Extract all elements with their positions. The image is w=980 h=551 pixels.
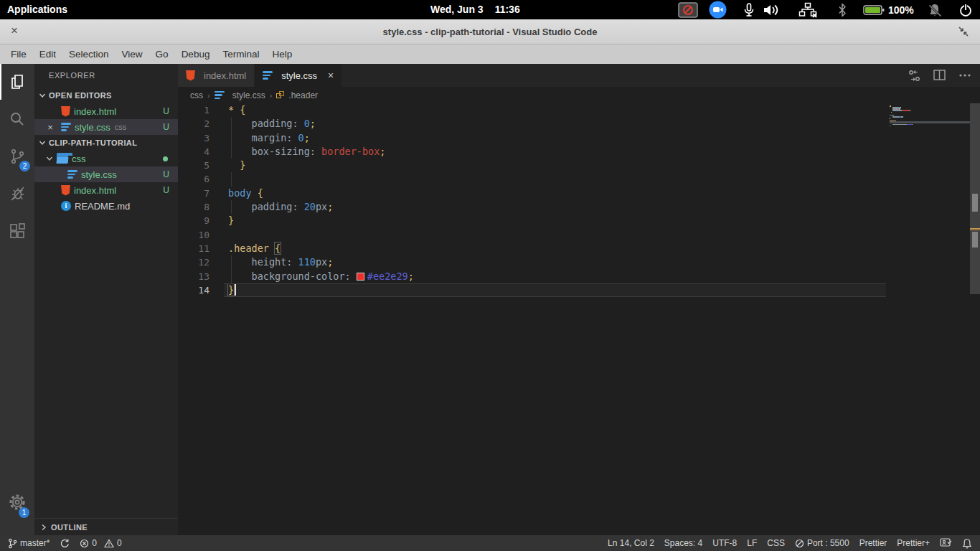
tree-file-style-css[interactable]: style.css U <box>34 166 178 182</box>
menu-go[interactable]: Go <box>149 44 175 64</box>
code-line-6[interactable] <box>228 172 886 186</box>
problems-indicator[interactable]: 0 0 <box>75 535 126 551</box>
menu-debug[interactable]: Debug <box>175 44 217 64</box>
source-control-icon[interactable]: 2 <box>0 138 34 174</box>
status-bar: master* 0 0 Ln 14, Col 2 Spaces: 4 UTF-8… <box>0 535 980 551</box>
code-line-1[interactable]: * { <box>228 103 886 117</box>
line-number: 14 <box>178 283 209 297</box>
debug-icon[interactable] <box>0 176 34 212</box>
code-lines[interactable]: * { padding: 0; margin: 0; box-sizing: b… <box>228 103 886 297</box>
editor-scrollbar[interactable] <box>970 103 980 294</box>
encoding[interactable]: UTF-8 <box>707 535 742 551</box>
network-offline-icon[interactable] <box>798 0 818 19</box>
chevron-down-icon <box>39 139 46 146</box>
html-file-icon <box>61 106 70 117</box>
battery-percent: 100% <box>888 4 914 16</box>
open-editor-index-html[interactable]: index.html U <box>34 103 178 119</box>
breadcrumb-item-symbol[interactable]: .header <box>288 90 318 100</box>
menu-file[interactable]: File <box>4 44 33 64</box>
close-editor-icon[interactable]: × <box>44 122 56 133</box>
breadcrumb-item-file[interactable]: style.css <box>232 90 265 100</box>
code-line-10[interactable] <box>228 228 886 242</box>
line-number: 6 <box>178 172 209 186</box>
breadcrumb: css › style.css › .header <box>178 87 980 103</box>
line-number: 12 <box>178 255 209 269</box>
activity-bar: 2 1 <box>0 64 34 535</box>
notifications-muted-icon[interactable] <box>927 0 943 19</box>
indentation[interactable]: Spaces: 4 <box>659 535 707 551</box>
breadcrumb-item-css[interactable]: css <box>190 90 203 100</box>
feedback-icon[interactable] <box>935 535 957 551</box>
cursor-position[interactable]: Ln 14, Col 2 <box>603 535 659 551</box>
minimap[interactable] <box>890 105 969 127</box>
code-line-9[interactable]: } <box>228 214 886 227</box>
menu-bar: FileEditSelectionViewGoDebugTerminalHelp <box>0 44 980 64</box>
code-line-5[interactable]: } <box>228 159 886 172</box>
volume-icon[interactable] <box>762 0 781 19</box>
menu-help[interactable]: Help <box>265 44 298 64</box>
code-line-13[interactable]: background-color: #ee2e29; <box>228 270 886 283</box>
split-editor-icon[interactable] <box>933 70 946 81</box>
formatter-plus[interactable]: Prettier+ <box>892 535 935 551</box>
code-line-7[interactable]: body { <box>228 187 886 200</box>
menu-view[interactable]: View <box>116 44 149 64</box>
settings-gear-icon[interactable]: 1 <box>0 486 34 518</box>
git-status-badge: U <box>163 106 169 116</box>
code-line-3[interactable]: margin: 0; <box>228 131 886 145</box>
sync-icon <box>60 538 70 548</box>
git-branch-indicator[interactable]: master* <box>3 535 55 551</box>
sync-button[interactable] <box>55 535 75 551</box>
eol-sequence[interactable]: LF <box>742 535 762 551</box>
zoom-video-icon[interactable] <box>709 0 727 19</box>
more-actions-icon[interactable] <box>958 73 971 77</box>
warnings-icon <box>104 539 114 548</box>
live-server-port[interactable]: Port : 5500 <box>790 535 854 551</box>
formatter[interactable]: Prettier <box>854 535 892 551</box>
tab-style-css[interactable]: style.css × <box>255 64 341 87</box>
open-editor-style-css[interactable]: × style.css css U <box>34 119 178 135</box>
power-icon[interactable] <box>958 0 973 19</box>
line-number: 8 <box>178 200 209 214</box>
tree-folder-css[interactable]: css <box>34 151 178 166</box>
open-editors-header[interactable]: OPEN EDITORS <box>34 88 178 103</box>
gutter: 1234567891011121314 <box>178 103 209 297</box>
project-folder-header[interactable]: CLIP-PATH-TUTORIAL <box>34 135 178 151</box>
tree-file-readme[interactable]: i README.md <box>34 198 178 214</box>
settings-badge: 1 <box>19 507 29 518</box>
screen-record-blocked-icon[interactable] <box>678 0 698 19</box>
code-line-8[interactable]: padding: 20px; <box>228 200 886 214</box>
clock[interactable]: Wed, Jun 311:36 <box>430 0 532 19</box>
code-line-2[interactable]: padding: 0; <box>228 117 886 131</box>
line-number: 5 <box>178 159 209 172</box>
scm-badge: 2 <box>19 161 30 171</box>
search-icon[interactable] <box>0 101 34 137</box>
tree-file-index-html[interactable]: index.html U <box>34 182 178 198</box>
microphone-icon[interactable] <box>743 0 755 19</box>
menu-selection[interactable]: Selection <box>62 44 116 64</box>
bluetooth-icon[interactable] <box>837 0 848 19</box>
tab-close-icon[interactable]: × <box>328 70 334 81</box>
tab-index-html[interactable]: index.html <box>178 64 255 87</box>
extensions-icon[interactable] <box>0 213 34 249</box>
notifications-bell-icon[interactable] <box>957 535 977 551</box>
code-line-12[interactable]: height: 110px; <box>228 255 886 269</box>
color-swatch[interactable] <box>357 273 364 281</box>
language-mode[interactable]: CSS <box>762 535 790 551</box>
code-line-11[interactable]: .header { <box>228 242 886 255</box>
explorer-sidebar: EXPLORER OPEN EDITORS index.html U × sty… <box>34 64 178 535</box>
code-line-14[interactable]: } <box>228 283 886 297</box>
code-line-4[interactable]: box-sizing: border-box; <box>228 145 886 159</box>
applications-menu[interactable]: Applications <box>7 0 67 19</box>
menu-edit[interactable]: Edit <box>33 44 62 64</box>
clock-date: Wed, Jun 3 <box>430 4 484 15</box>
menu-terminal[interactable]: Terminal <box>216 44 265 64</box>
outline-section-header[interactable]: OUTLINE <box>34 518 178 535</box>
scrollbar-thumb[interactable] <box>972 232 978 248</box>
explorer-icon[interactable] <box>0 64 34 100</box>
port-icon <box>795 539 804 548</box>
compare-changes-icon[interactable] <box>908 69 921 83</box>
window-restore-icon[interactable] <box>957 25 970 38</box>
line-number: 1 <box>178 103 209 117</box>
battery-indicator[interactable]: 100% <box>863 0 914 19</box>
scrollbar-thumb[interactable] <box>972 194 978 212</box>
